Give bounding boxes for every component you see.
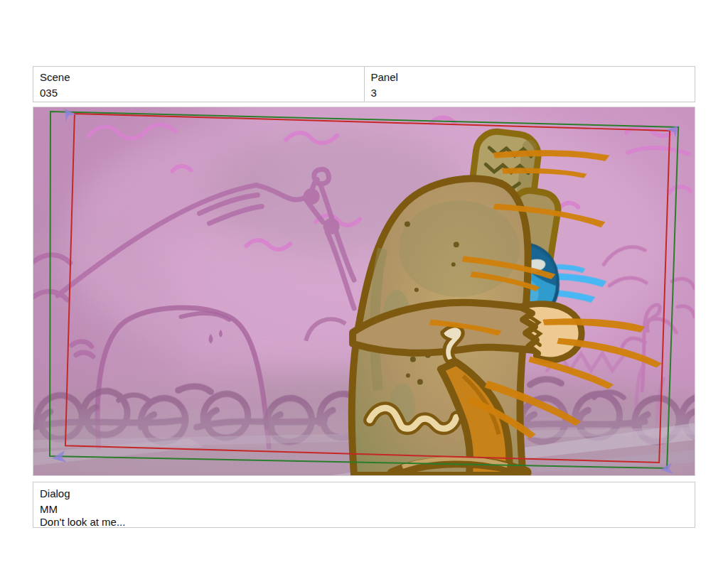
panel-field: Panel 3 [365,66,696,102]
panel-value: 3 [371,85,689,101]
dialog-field: Dialog MM Don't look at me... [33,482,695,528]
scene-value: 035 [40,85,358,101]
dialog-label: Dialog [40,486,688,501]
scene-panel-header: Scene 035 Panel 3 [33,66,695,102]
scene-label: Scene [40,70,358,85]
panel-label: Panel [371,70,689,85]
scene-field: Scene 035 [33,66,365,102]
storyboard-sheet: Scene 035 Panel 3 [0,0,728,562]
dialog-line: Don't look at me... [40,516,688,529]
storyboard-panel-image [33,107,695,476]
dialog-speaker: MM [40,503,688,516]
storyboard-illustration [33,107,695,475]
